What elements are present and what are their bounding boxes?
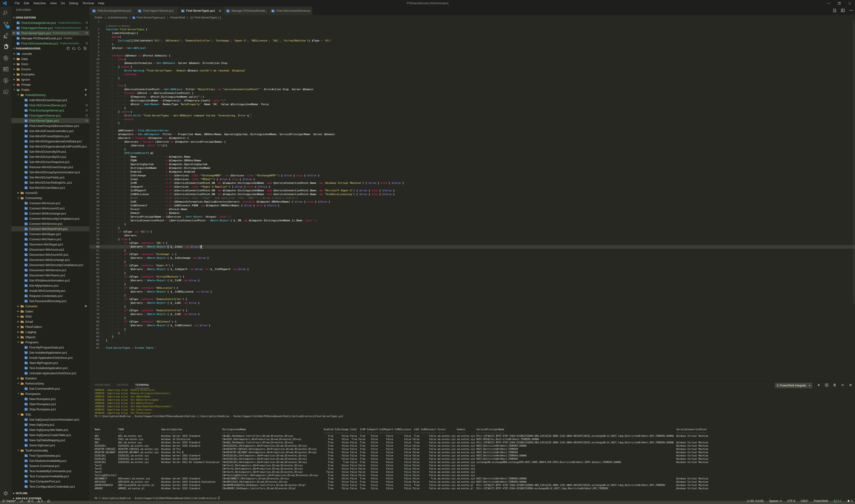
open-editor-item[interactable]: Manage-PSSharedGoods.ps1Publish: [12, 36, 89, 41]
tree-file-disconnect-winazure.ps1[interactable]: Disconnect-WinAzure.ps1: [12, 247, 89, 252]
tree-file-disconnect-winsecuritycompliance.ps1[interactable]: Disconnect-WinSecurityCompliance.ps1: [12, 262, 89, 268]
tree-file-set-winadgroupsynchronization.ps1[interactable]: Set-WinADGroupSynchronization.ps1: [12, 169, 89, 175]
editor-scrollbar[interactable]: [853, 20, 855, 304]
menu-help[interactable]: Help: [96, 0, 107, 6]
tab-manage-pssharedgoods.ps1[interactable]: Manage-PSSharedGoods.ps1: [224, 6, 268, 15]
tree-file-new-sqlqueryaltertable.ps1[interactable]: New-SqlQueryAlterTable.ps1: [12, 427, 89, 432]
code-editor[interactable]: 11 reference | 1 reference2function·Find…: [89, 20, 855, 381]
open-editor-item[interactable]: ✕Find-ServerTypes.ps1Public\ActiveDirect…: [12, 31, 89, 36]
statusbar-notifications[interactable]: 2: [847, 499, 853, 503]
tab-find-hypervserver.ps1[interactable]: Find-HyperVServer.ps1: [135, 6, 178, 15]
tree-file-disconect-winskype.ps1[interactable]: Disconect-WinSkype.ps1: [12, 242, 89, 247]
menu-view[interactable]: View: [48, 0, 59, 6]
breadcrumb-item[interactable]: Find-ServerTypes { }: [194, 16, 221, 19]
breadcrumb-item[interactable]: PowerShell: [170, 16, 185, 19]
tree-file-disconnect-winexchange.ps1[interactable]: Disconnect-WinExchange.ps1: [12, 257, 89, 262]
panel-tab-terminal[interactable]: TERMINAL: [135, 381, 149, 388]
statusbar-eol[interactable]: CRLF: [801, 499, 808, 503]
tree-folder-testfunctionality[interactable]: ▼TestFunctionality: [12, 448, 89, 453]
terminal[interactable]: VERBOSE: Importing alias 'Remove-Permiss…: [95, 389, 855, 501]
minimize-icon[interactable]: [823, 0, 834, 6]
statusbar-sync[interactable]: [20, 500, 23, 503]
statusbar-git-branch[interactable]: master*: [2, 499, 16, 503]
tree-file-set-passwordremotely.ps1[interactable]: Set-PasswordRemotely.ps1: [12, 299, 89, 304]
tree-folder-sql[interactable]: ▼SQL: [12, 412, 89, 417]
tree-file-connect-winteams.ps1[interactable]: Connect-WinTeams.ps1: [12, 236, 89, 242]
tree-file-connect-winazure.ps1[interactable]: Connect-WinAzure.ps1: [12, 200, 89, 205]
tree-file-test-computeravailability.ps1[interactable]: Test-ComputerAvailability.ps1: [12, 473, 89, 479]
tree-file-search-command.ps1[interactable]: Search-Command.ps1: [12, 463, 89, 468]
tree-file-get-winadorganizationalunitdata.ps1[interactable]: Get-WinADOrganizationalUnitData.ps1: [12, 139, 89, 144]
panel-tab-output[interactable]: OUTPUT: [117, 381, 129, 388]
open-editor-item[interactable]: Find-ADConnectServer.ps1Public\ActiveDir…: [12, 41, 89, 46]
tree-folder-.vscode[interactable]: ▶.vscode: [12, 51, 89, 56]
tree-folder-random[interactable]: ▶Random: [12, 376, 89, 381]
statusbar-powershell-version[interactable]: 5.1: [834, 499, 842, 503]
tree-folder-runspaces[interactable]: ▼Runspaces: [12, 391, 89, 396]
tree-file-request-credentials.ps1[interactable]: Request-Credentials.ps1: [12, 293, 89, 299]
tree-file-find-myprogramdata.ps1[interactable]: Find-MyProgramData.ps1: [12, 345, 89, 350]
tree-folder-dates[interactable]: ▶Dates: [12, 309, 89, 314]
activitybar-debug[interactable]: [0, 52, 12, 64]
menu-debug[interactable]: Debug: [67, 0, 80, 6]
tree-file-uninstall-applicationclickonce.ps1[interactable]: Uninstall-ApplicationClickOnce.ps1: [12, 371, 89, 376]
tree-file-install-applicationclickonce.ps1[interactable]: Install-ApplicationClickOnce.ps1: [12, 355, 89, 360]
tree-file-disconnect-winteams.ps1[interactable]: Disconnect-WinTeams.ps1: [12, 273, 89, 278]
activitybar-search[interactable]: [0, 7, 12, 19]
tree-file-connect-winsharepoint.ps1[interactable]: Connect-WinSharePoint.ps1: [12, 226, 89, 231]
tree-folder-public[interactable]: ▼Public: [12, 87, 89, 92]
tree-folder-converts[interactable]: ▶Converts: [12, 304, 89, 309]
tree-file-disconnect-winservice.ps1[interactable]: Disconnect-WinService.ps1: [12, 268, 89, 273]
tree-file-find-servertypes.ps1[interactable]: Find-ServerTypes.ps1U: [12, 118, 89, 123]
open-preview-button[interactable]: [833, 8, 837, 13]
close-panel-button[interactable]: [849, 383, 852, 388]
tree-file-find-adconnectserver.ps1[interactable]: Find-ADConnectServer.ps1U: [12, 103, 89, 108]
statusbar-language-mode[interactable]: PowerShell: [814, 499, 828, 503]
breadcrumb-item[interactable]: Find-ServerTypes.ps1: [137, 16, 165, 19]
tree-folder-examples[interactable]: ▶Examples: [12, 72, 89, 77]
tree-folder-ignore[interactable]: ▶Ignore: [12, 77, 89, 82]
statusbar-encoding[interactable]: UTF-8: [787, 499, 795, 503]
tree-folder-private[interactable]: ▶Private: [12, 82, 89, 87]
tree-file-new-runspace.ps1[interactable]: New-Runspace.ps1: [12, 396, 89, 401]
tree-file-test-availabilitycommands.ps1[interactable]: Test-AvailabilityCommands.ps1: [12, 468, 89, 473]
tab-find-exchangeserver.ps1[interactable]: Find-ExchangeServer.ps1: [89, 6, 135, 15]
more-actions-button[interactable]: [849, 8, 853, 13]
tree-file-install-winconnectivity.ps1[interactable]: Install-WinConnectivity.ps1: [12, 288, 89, 293]
tree-file-send-sqlinsert.ps1[interactable]: Send-SqlInsert.ps1: [12, 443, 89, 448]
new-file-button[interactable]: [66, 47, 70, 51]
tree-file-connect-winazuread.ps1[interactable]: Connect-WinAzureAD.ps1: [12, 205, 89, 211]
tree-file-find-typesneeded.ps1[interactable]: Find-TypesNeeded.ps1: [12, 453, 89, 458]
breadcrumb-item[interactable]: ActiveDirectory: [108, 16, 127, 19]
tree-file-get-myipaddress.ps1[interactable]: Get-MyIpAddress.ps1: [12, 283, 89, 288]
menu-terminal[interactable]: Terminal: [80, 0, 96, 6]
breadcrumb-item[interactable]: Public: [95, 16, 103, 19]
tree-folder-objects[interactable]: ▶Objects: [12, 335, 89, 340]
refresh-button[interactable]: [77, 47, 81, 51]
tree-file-remove-winadusergroups.ps1[interactable]: Remove-WinADUserGroups.ps1: [12, 164, 89, 169]
menu-selection[interactable]: Selection: [31, 0, 48, 6]
open-editor-item[interactable]: Find-HyperVServer.ps1Public\ActiveDirect…: [12, 25, 89, 31]
tree-file-find-hypervserver.ps1[interactable]: Find-HyperVServer.ps1U: [12, 113, 89, 118]
tree-file-new-sqlquerycreatetable.ps1[interactable]: New-SqlQueryCreateTable.ps1: [12, 432, 89, 437]
tree-file-new-sqlquery.ps1[interactable]: New-SqlQuery.ps1: [12, 422, 89, 427]
split-terminal-button[interactable]: [825, 383, 828, 388]
tree-file-get-commandinfo.ps1[interactable]: Get-CommandInfo.ps1: [12, 386, 89, 391]
tree-file-get-sqlquerycolumninformation.ps1[interactable]: Get-SqlQueryColumnInformation.ps1: [12, 417, 89, 422]
tree-file-set-winaduserstatus.ps1[interactable]: Set-WinADUserStatus.ps1: [12, 185, 89, 190]
section-outline[interactable]: ▶OUTLINE: [12, 491, 89, 496]
tree-file-add-winadusergroups.ps1[interactable]: Add-WinADUserGroups.ps1: [12, 97, 89, 103]
tree-file-get-winadusersbydn.ps1[interactable]: Get-WinADUsersByDN.ps1: [12, 149, 89, 154]
tree-folder-email[interactable]: ▶Email: [12, 319, 89, 324]
new-folder-button[interactable]: [72, 47, 75, 51]
tree-file-connect-winskype.ps1[interactable]: Connect-WinSkype.ps1: [12, 231, 89, 236]
tree-folder-data[interactable]: ▶Data: [12, 56, 89, 61]
statusbar-cursor-position[interactable]: Ln 60, Col 63: [747, 499, 763, 503]
menu-edit[interactable]: Edit: [22, 0, 31, 6]
tree-file-get-winadforestoptions.ps1[interactable]: Get-WinADForestOptions.ps1: [12, 133, 89, 139]
tree-folder-azuread[interactable]: ▶AzureAD: [12, 190, 89, 195]
activitybar-source-control[interactable]: 7: [0, 19, 12, 30]
statusbar-warnings[interactable]: 0: [37, 499, 43, 503]
statusbar-indentation[interactable]: Spaces: 4: [769, 499, 781, 503]
tree-file-test-configurationcredentials.ps1[interactable]: Test-ConfigurationCredentials.ps1: [12, 484, 89, 489]
